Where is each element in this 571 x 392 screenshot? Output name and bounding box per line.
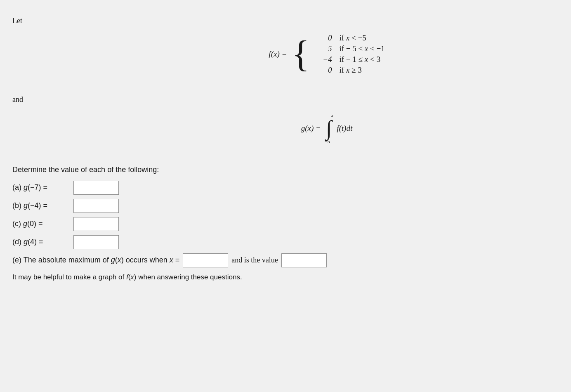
g-section: g(x) = x ∫ −5 f(t)dt xyxy=(12,112,559,145)
fx-label: f(x) = xyxy=(269,50,287,59)
answer-input-e-val[interactable] xyxy=(281,253,327,267)
question-row-c: (c) g(0) = xyxy=(12,217,559,231)
question-row-a: (a) g(−7) = xyxy=(12,181,559,195)
determine-text: Determine the value of each of the follo… xyxy=(12,165,559,174)
answer-input-d[interactable] xyxy=(73,235,119,249)
question-label-d: (d) g(4) = xyxy=(12,238,70,246)
integral-symbol: x ∫ −5 xyxy=(326,112,332,145)
integral-upper: x xyxy=(331,112,333,119)
cases-grid: 0 if x < −5 5 if − 5 ≤ x < −1 −4 if − 1 … xyxy=(316,33,385,75)
question-row-b: (b) g(−4) = xyxy=(12,199,559,213)
case-value-2: 5 xyxy=(316,44,332,53)
question-row-e: (e) The absolute maximum of g(x) occurs … xyxy=(12,253,559,267)
left-brace: { xyxy=(292,35,309,73)
question-row-d: (d) g(4) = xyxy=(12,235,559,249)
case-condition-1: if x < −5 xyxy=(340,33,385,43)
g-label: g(x) = xyxy=(301,124,321,133)
answer-input-e-x[interactable] xyxy=(183,253,228,267)
integral-lower: −5 xyxy=(324,138,330,145)
function-section: f(x) = { 0 if x < −5 5 if − 5 ≤ x < −1 −… xyxy=(12,33,559,75)
case-condition-3: if − 1 ≤ x < 3 xyxy=(340,55,385,64)
let-label: Let xyxy=(12,17,22,25)
and-label: and xyxy=(12,95,23,104)
case-value-3: −4 xyxy=(316,55,332,64)
answer-input-b[interactable] xyxy=(73,199,119,213)
case-value-1: 0 xyxy=(316,33,332,43)
integral-container: x ∫ −5 f(t)dt xyxy=(326,112,352,145)
case-condition-4: if x ≥ 3 xyxy=(340,66,385,75)
case-value-4: 0 xyxy=(316,66,332,75)
questions-section: Determine the value of each of the follo… xyxy=(12,165,559,281)
question-e-middle: and is the value xyxy=(231,256,278,264)
integral-integrand: f(t)dt xyxy=(337,124,352,133)
question-label-a: (a) g(−7) = xyxy=(12,183,70,192)
helpful-text: It may be helpful to make a graph of f(x… xyxy=(12,273,559,281)
answer-input-a[interactable] xyxy=(73,181,119,195)
question-label-c: (c) g(0) = xyxy=(12,220,70,228)
case-condition-2: if − 5 ≤ x < −1 xyxy=(340,44,385,53)
integral-sign: ∫ xyxy=(326,119,332,138)
question-label-e: (e) The absolute maximum of g(x) occurs … xyxy=(12,256,179,264)
question-label-b: (b) g(−4) = xyxy=(12,201,70,210)
answer-input-c[interactable] xyxy=(73,217,119,231)
